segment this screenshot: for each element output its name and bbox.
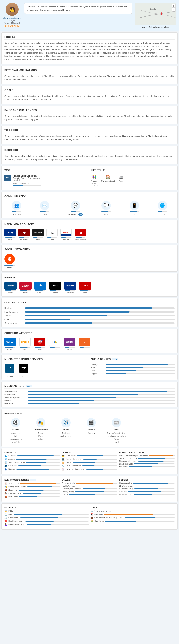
three-col-psp: PRODUCTS 👟 Footwear 💎 Jewelry 👔 Suits/bu… [4, 451, 175, 471]
media-si-bar [76, 237, 85, 238]
footwear-icon: 👟 [4, 454, 7, 457]
media-si-logo: SI [75, 229, 86, 236]
kentucky-label: Kentucky Derby [8, 492, 22, 494]
scientific-icon: 🔬 [90, 510, 93, 512]
aspirations-text: Candela aspires to have a balanced and f… [4, 75, 175, 81]
scripting-label: Scripting languages [66, 458, 82, 460]
service-credit: 💳 Credit cards [62, 454, 117, 457]
service-laundry: 🧺 Laundry [62, 461, 117, 464]
shop-amazon-bar [20, 347, 30, 348]
tool-calculators: 🧮 Calculators [90, 520, 175, 522]
outerwear-label: Outerwear [8, 465, 17, 467]
map-area: Lincoln + − Lincoln, Nebraska, United St… [135, 3, 176, 28]
content-comparisons-label: Comparisons [4, 322, 23, 324]
event-beauty: 🎭 Beauty and the Beast [4, 486, 60, 488]
genre-disco-track [106, 370, 175, 371]
avatar: 👩 [5, 3, 19, 16]
skechers-label: Skechers [67, 292, 74, 294]
brand-items: Primark Primark Levi's Levi's ★ Walmart … [4, 282, 175, 294]
hobby-ceramics: Ceramics/pottery [119, 488, 175, 490]
tools-title: TOOLS [90, 506, 175, 509]
map-placeholder: Lincoln + − [135, 3, 176, 25]
quote-text: I love how Liz Claiborne dresses make me… [27, 6, 129, 11]
genre-reggae-track [106, 373, 175, 374]
navy-label: Navy [8, 513, 13, 516]
artist-rihanna-label: Rihanna [4, 400, 27, 402]
section-psp: PRODUCTS 👟 Footwear 💎 Jewelry 👔 Suits/bu… [1, 448, 178, 474]
section-profile: PROFILE Candela Araujo is a 33-year-old … [1, 32, 178, 64]
artist-ariana: Ariana Grande [4, 390, 175, 392]
social-reddit: Reddit [4, 254, 15, 268]
product-dresses: 👗 Dresses [4, 468, 60, 470]
section-music: MUSIC STREAMING SERVICES P Pandora Tidal [1, 355, 178, 380]
comm-chat-bar [101, 211, 111, 212]
music-genres-badge: BETA [112, 358, 118, 360]
profile-link[interactable]: JCPENNEY.COM [4, 25, 20, 28]
comm-in-person-label: In person [13, 213, 20, 216]
outerwear-icon: 🧥 [4, 464, 7, 467]
super-bowl-icon: 🏈 [4, 489, 7, 492]
profile-age: 23 y/o [9, 20, 15, 22]
barriers-text: One of the barriers Candela faces is the… [4, 154, 175, 161]
avatar-face: 👩 [5, 3, 19, 16]
social-items: Reddit [4, 254, 175, 268]
media-vf-logo: VF [18, 229, 30, 236]
travel-icon: ✈️ [61, 418, 71, 427]
hobby-hunting: Hunting/shooting [119, 493, 175, 496]
value-eating-label: Healthy eating [62, 490, 74, 492]
media-vf: VF Vanity Fair [18, 229, 30, 240]
place-spa: Spas/beauty services [119, 457, 175, 460]
work-industry: Hospitality [13, 179, 41, 181]
comm-items: 👥 In person ✉️ Email 💬 Messaging 3rd 💭 [4, 201, 175, 216]
shop-walmart-bar [5, 347, 15, 348]
navy-icon: ⚓ [4, 513, 7, 516]
jewelry-label: Jewelry [8, 458, 15, 460]
comm-chat-label: Chat [104, 213, 108, 216]
work-lifestyle-container: WORK RLC Fitness Sales Consultant Resort… [4, 169, 175, 188]
content-how-to-label: How-to guides [4, 311, 23, 313]
music-streaming-items: P Pandora Tidal [4, 364, 88, 377]
media-title: MEDIA/NEWS SOURCES [4, 223, 175, 227]
section-media: MEDIA/NEWS SOURCES Disney Disney VF Vani… [1, 220, 178, 244]
reddit-bar [4, 265, 15, 266]
products-title: PRODUCTS [4, 451, 60, 454]
shop-walmart: Walmart Walmart [4, 338, 16, 350]
genre-disco-label: Disco [91, 370, 104, 372]
comm-chat: 💭 Chat [101, 201, 111, 216]
content-rows: Reviews How-to guides Images Charts Comp… [4, 307, 175, 324]
media-vf-bar [19, 237, 29, 238]
media-gallup: GALLUP Gallup [32, 229, 44, 240]
walmart-logo: ★ [34, 282, 46, 290]
lifestyle-married: 👫 Married1 kidHas cats [91, 175, 98, 186]
svg-text:NASCAR: NASCAR [62, 232, 68, 234]
hobby-outdoors-label: Outdoors [119, 490, 127, 492]
brand-skechers: SKECHERS Skechers [64, 282, 76, 294]
levis-label: Levi's [23, 292, 28, 294]
location-label: Lincoln, Nebraska, United States [135, 26, 176, 28]
military-icon: 🎖️ [4, 510, 7, 512]
hobby-hiking-label: Hiking/camping [119, 482, 132, 484]
music-genres-title: MUSIC GENRES BETA [91, 358, 175, 362]
interests-title: INTERESTS [4, 506, 89, 509]
super-bowl-label: Super Bowl [8, 489, 18, 491]
genre-blues-label: Blues [91, 366, 104, 369]
header: 👩 Candela Araujo 23 y/o Urban, Millennia… [0, 0, 179, 31]
jewelry-icon: 💎 [4, 458, 7, 460]
lifestyle-apartment: 🏠 Owns apartment [101, 175, 115, 186]
tidal-service: Tidal [18, 364, 29, 377]
event-super-bowl: 🏈 Super Bowl [4, 489, 60, 492]
svg-point-15 [8, 258, 9, 259]
social-title: SOCIAL NETWORKS [4, 248, 175, 252]
section-evh: EVENTS/CONFERENCES BETA ⚾ World Series 🎭… [1, 476, 178, 502]
media-quartz-logo: qz [46, 229, 58, 236]
levis-bar [20, 290, 30, 291]
media-quartz-bar [47, 237, 57, 238]
collab-label: Collaboration/conferencing software [94, 517, 124, 519]
comm-in-person-bar [12, 211, 21, 212]
movies-subitems: Western [88, 432, 95, 435]
section-it: INTERESTS 🎖️ Military ⚓ Navy ⚖️ Crime/ju… [1, 504, 178, 530]
work-col: WORK RLC Fitness Sales Consultant Resort… [4, 169, 88, 188]
col-hobbies: HOBBIES Hiking/camping BBQ/grilling reci… [119, 479, 175, 499]
hobby-hiking: Hiking/camping [119, 482, 175, 484]
col-events: EVENTS/CONFERENCES BETA ⚾ World Series 🎭… [4, 479, 60, 499]
